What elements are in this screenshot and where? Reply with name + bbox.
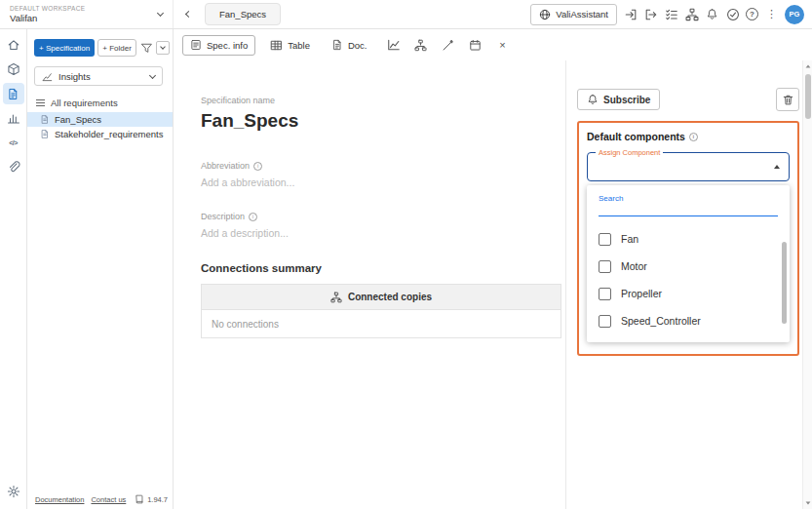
- tab-doc[interactable]: Doc.: [325, 35, 374, 56]
- rail-analysis-button[interactable]: [3, 107, 24, 129]
- option-label: Propeller: [621, 288, 662, 299]
- tab-spec-info[interactable]: Spec. info: [182, 35, 255, 56]
- calendar-icon[interactable]: [468, 37, 483, 53]
- rail-requirements-button[interactable]: [3, 83, 24, 104]
- workspace-text: DEFAULT WORKSPACE Valifan: [10, 5, 85, 23]
- checkbox[interactable]: [599, 315, 611, 328]
- import-icon[interactable]: [623, 7, 638, 21]
- workspace-name: Valifan: [10, 13, 85, 23]
- wand-icon[interactable]: [441, 37, 456, 53]
- default-components-highlight: Default components i Assign Component Se…: [577, 121, 799, 356]
- description-label: Description i: [201, 212, 561, 221]
- component-dropdown-popup: Search Fan Motor: [587, 185, 790, 342]
- status-check-icon[interactable]: [725, 7, 740, 21]
- connections-column-header: Connected copies: [348, 292, 432, 302]
- option-label: Fan: [621, 233, 638, 245]
- contact-us-link[interactable]: Contact us: [91, 495, 126, 504]
- home-icon: [7, 38, 20, 52]
- option-propeller[interactable]: Propeller: [587, 280, 790, 307]
- sort-button[interactable]: [156, 41, 170, 55]
- checklist-icon[interactable]: [664, 7, 678, 21]
- rail-scripting-button[interactable]: </>: [3, 132, 24, 153]
- connections-summary-title: Connections summary: [201, 262, 561, 274]
- description-field[interactable]: Add a description...: [201, 227, 561, 239]
- default-components-label: Default components: [587, 131, 685, 142]
- spec-info-icon: [190, 39, 202, 51]
- documentation-link[interactable]: Documentation: [35, 495, 84, 504]
- chevron-down-icon: [160, 44, 166, 50]
- globe-icon: [539, 9, 551, 20]
- info-glyph: i: [693, 134, 695, 139]
- add-folder-button[interactable]: + Folder: [97, 39, 136, 57]
- sidebar: + Specification + Folder Insights All re…: [27, 29, 174, 509]
- option-speed-controller[interactable]: Speed_Controller: [587, 307, 790, 334]
- checkbox[interactable]: [599, 288, 611, 300]
- checkbox[interactable]: [599, 260, 611, 273]
- option-motor[interactable]: Motor: [587, 253, 790, 280]
- rail-settings-button[interactable]: [3, 481, 24, 502]
- checkbox[interactable]: [599, 233, 611, 246]
- tab-label: Doc.: [348, 40, 367, 51]
- left-rail: </>: [0, 29, 27, 509]
- connections-table-header: Connected copies: [202, 285, 561, 310]
- scroll-up-arrow-icon[interactable]: [805, 64, 810, 67]
- scroll-down-arrow-icon[interactable]: [805, 501, 810, 504]
- insights-toggle[interactable]: Insights: [34, 66, 163, 86]
- insights-chart-icon: [42, 71, 53, 82]
- tree-root-all-requirements[interactable]: All requirements: [27, 96, 173, 112]
- search-underline: [599, 215, 778, 216]
- subscribe-button[interactable]: Subscribe: [577, 89, 660, 110]
- abbreviation-label-text: Abbreviation: [201, 161, 250, 171]
- default-components-title: Default components i: [587, 131, 790, 142]
- gear-icon: [7, 485, 20, 498]
- dots-glyph: ⋮: [766, 9, 777, 20]
- hierarchy-icon[interactable]: [413, 37, 429, 53]
- workflow-icon[interactable]: [684, 7, 699, 21]
- tree-item-stakeholder-requirements[interactable]: Stakeholder_requirements: [27, 127, 173, 141]
- vertical-divider: [565, 60, 566, 509]
- filter-icon[interactable]: [139, 41, 154, 56]
- tree-item-fan-specs[interactable]: Fan_Specs: [27, 112, 173, 127]
- info-icon: i: [249, 213, 257, 221]
- workspace-type-label: DEFAULT WORKSPACE: [10, 5, 85, 12]
- search-input[interactable]: Search: [599, 194, 778, 203]
- component-options-list: Fan Motor Propeller: [587, 225, 790, 334]
- add-specification-button[interactable]: + Specification: [34, 39, 95, 57]
- connections-empty-row: No connections: [202, 310, 561, 337]
- delete-button[interactable]: [776, 88, 799, 111]
- line-chart-icon[interactable]: [386, 37, 402, 53]
- abbreviation-field[interactable]: Add a abbreviation...: [201, 176, 561, 188]
- main-scrollbar[interactable]: [802, 60, 812, 509]
- export-icon[interactable]: [643, 7, 658, 21]
- tab-fan-specs[interactable]: Fan_Specs: [205, 3, 281, 25]
- spec-name-label: Specification name: [201, 96, 561, 105]
- scrollbar-thumb[interactable]: [805, 74, 811, 119]
- rail-home-button[interactable]: [3, 34, 24, 56]
- rail-attachments-button[interactable]: [3, 156, 24, 177]
- option-fan[interactable]: Fan: [587, 225, 790, 253]
- chevron-down-icon: [149, 71, 156, 78]
- vali-assistant-button[interactable]: ValiAssistant: [530, 4, 617, 25]
- version-info: 1.94.7: [135, 494, 168, 504]
- rail-design-button[interactable]: [3, 59, 24, 80]
- popup-scrollbar[interactable]: [782, 242, 787, 324]
- avatar[interactable]: PG: [785, 5, 804, 24]
- doc-icon: [331, 39, 343, 51]
- tree-root-label: All requirements: [51, 98, 118, 108]
- paperclip-icon: [7, 160, 20, 174]
- notifications-bell-icon[interactable]: [705, 7, 719, 21]
- main-area: Spec. info Table Doc. × Specification na…: [174, 29, 812, 509]
- clear-icon[interactable]: ×: [495, 37, 511, 53]
- more-options-icon[interactable]: ⋮: [764, 7, 779, 21]
- info-glyph: i: [257, 163, 258, 169]
- spec-toolbar: Spec. info Table Doc. ×: [174, 29, 802, 60]
- sidebar-footer: Documentation Contact us 1.94.7: [35, 494, 168, 504]
- assign-component-select[interactable]: Assign Component: [587, 152, 790, 181]
- collapse-panel-button[interactable]: [182, 8, 195, 20]
- workspace-selector[interactable]: DEFAULT WORKSPACE Valifan: [0, 0, 174, 28]
- table-icon: [270, 39, 283, 52]
- option-label: Speed_Controller: [621, 315, 701, 327]
- dropdown-open-arrow-icon: [774, 165, 780, 169]
- tab-table[interactable]: Table: [263, 35, 317, 56]
- help-icon[interactable]: ?: [746, 8, 758, 20]
